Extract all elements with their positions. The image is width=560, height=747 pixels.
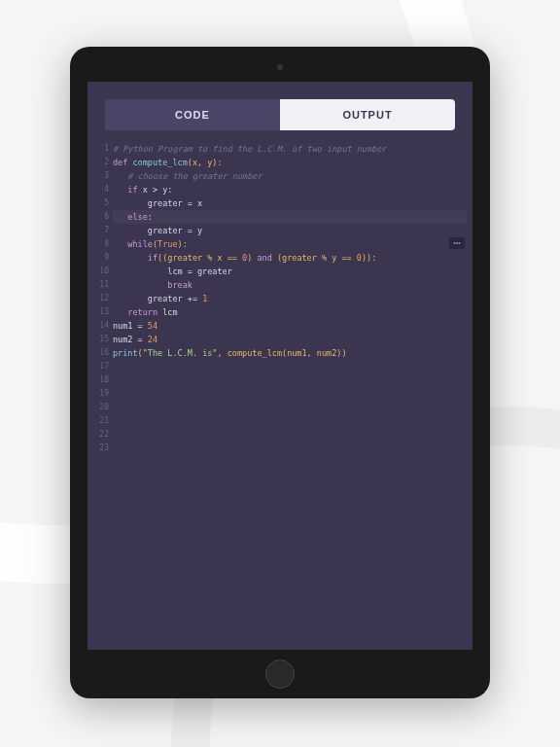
line-num: 16 [93, 346, 109, 360]
code-line: def compute_lcm(x, y): [113, 156, 467, 169]
line-num: 21 [93, 414, 109, 428]
code-line: # choose the greater number [113, 169, 467, 183]
line-num: 4 [93, 183, 109, 196]
line-num: 17 [93, 360, 109, 374]
camera-icon [277, 64, 283, 70]
line-num: 1 [93, 142, 109, 156]
line-num: 22 [93, 428, 109, 442]
code-body: # Python Program to find the L.C.M. of t… [113, 142, 467, 360]
code-editor[interactable]: 1 2 3 4 5 6 7 8 9 10 11 12 13 14 15 16 1… [93, 142, 467, 360]
line-num: 3 [93, 169, 109, 183]
code-line: if((greater % x == 0) and (greater % y =… [113, 251, 467, 265]
code-line: while(True): [113, 237, 467, 251]
line-num: 5 [93, 196, 109, 210]
code-line: break [113, 278, 467, 292]
line-num: 6 [93, 210, 109, 224]
code-line: lcm = greater [113, 265, 467, 278]
code-line: return lcm [113, 305, 467, 319]
code-line: if x > y: [113, 183, 467, 196]
line-num: 9 [93, 251, 109, 265]
line-num: 18 [93, 374, 109, 387]
tablet-frame: CODE OUTPUT 1 2 3 4 5 6 7 8 9 10 11 12 1… [70, 47, 490, 698]
line-num: 23 [93, 442, 109, 455]
line-num: 12 [93, 292, 109, 305]
line-num: 19 [93, 387, 109, 401]
app-screen: CODE OUTPUT 1 2 3 4 5 6 7 8 9 10 11 12 1… [88, 82, 472, 650]
line-num: 15 [93, 333, 109, 346]
tab-output[interactable]: OUTPUT [280, 99, 455, 130]
code-line: num1 = 54 [113, 319, 467, 333]
more-icon[interactable]: ••• [449, 237, 465, 249]
line-num: 14 [93, 319, 109, 333]
line-num: 20 [93, 401, 109, 414]
tab-code[interactable]: CODE [105, 99, 280, 130]
home-button[interactable] [265, 659, 295, 689]
code-line: print("The L.C.M. is", compute_lcm(num1,… [113, 346, 467, 360]
code-line: greater = x [113, 196, 467, 210]
code-line: # Python Program to find the L.C.M. of t… [113, 142, 467, 156]
code-line: num2 = 24 [113, 333, 467, 346]
line-num: 7 [93, 224, 109, 237]
line-num: 2 [93, 156, 109, 169]
code-line: greater = y [113, 224, 467, 237]
line-num: 10 [93, 265, 109, 278]
code-line: greater += 1 [113, 292, 467, 305]
line-num: 11 [93, 278, 109, 292]
line-num: 13 [93, 305, 109, 319]
line-num: 8 [93, 237, 109, 251]
line-gutter: 1 2 3 4 5 6 7 8 9 10 11 12 13 14 15 16 1… [93, 142, 109, 455]
tab-bar: CODE OUTPUT [105, 99, 455, 130]
code-line: else: [113, 210, 467, 224]
